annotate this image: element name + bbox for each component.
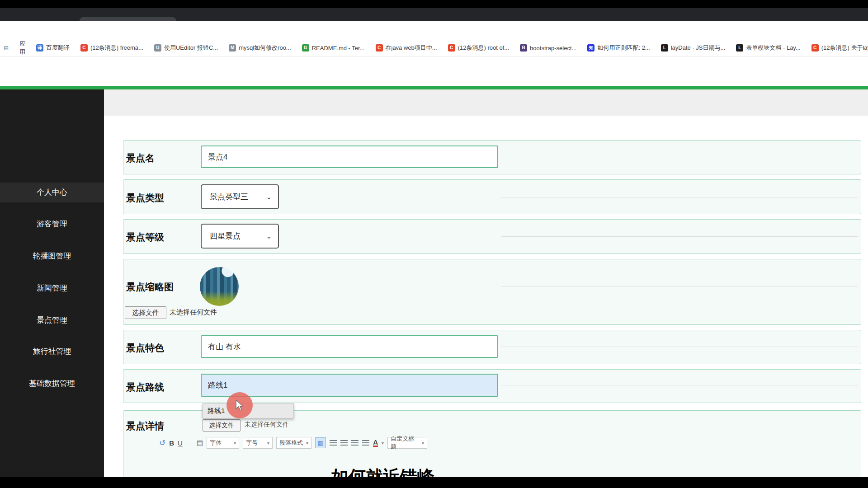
apps-label[interactable]: 应用 [19, 40, 25, 56]
row-divider [501, 236, 858, 237]
bookmark-item[interactable]: L layDate - JS日期与... [661, 44, 726, 52]
browser-tab-bar [0, 8, 868, 21]
bookmark-item[interactable]: C (12条消息) root of... [448, 44, 509, 52]
bookmark-item[interactable]: B bootstrap-select... [520, 44, 576, 52]
scenic-feature-input[interactable]: 有山 有水 [201, 335, 498, 358]
sidebar-item[interactable]: 基础数据管理 [0, 374, 104, 394]
bookmark-favicon-icon: 知 [587, 44, 594, 52]
bookmark-favicon-icon: M [229, 44, 236, 52]
bookmark-item[interactable]: C (12条消息) freema... [80, 44, 143, 52]
letterbox-top [0, 0, 868, 8]
bookmark-favicon-icon: C [811, 44, 819, 52]
letterbox-bottom [0, 477, 868, 488]
bookmark-label: (12条消息) freema... [90, 44, 143, 52]
label-scenic-route: 景点路线 [126, 381, 164, 394]
browser-toolbar [0, 21, 868, 40]
bookmark-item[interactable]: L 表单模块文档 - Lay... [736, 44, 800, 52]
label-scenic-feature: 景点特色 [126, 342, 164, 354]
row-divider [501, 385, 858, 385]
bookmark-item[interactable]: G README.md - Ter... [302, 44, 365, 52]
sidebar-item[interactable]: 轮播图管理 [0, 246, 104, 266]
bookmark-label: bootstrap-select... [530, 45, 576, 52]
paragraph-format-dropdown[interactable]: 段落格式▾ [276, 437, 311, 449]
scenic-type-select[interactable]: 景点类型三 ⌄ [201, 184, 279, 209]
font-family-dropdown[interactable]: 字体▾ [207, 437, 239, 449]
label-scenic-name: 景点名 [126, 152, 155, 164]
file-status-text-detail: 未选择任何文件 [245, 421, 289, 429]
bookmark-item[interactable]: 译 百度翻译 [36, 44, 70, 52]
bookmark-label: 如何用正则匹配: 2... [597, 44, 650, 52]
sidebar-item[interactable]: 新闻管理 [0, 278, 104, 298]
choose-file-button-detail[interactable]: 选择文件 [203, 419, 241, 432]
bookmark-item[interactable]: 知 如何用正则匹配: 2... [587, 44, 650, 52]
bold-icon[interactable]: B [169, 439, 174, 447]
chevron-down-icon: ▾ [267, 441, 269, 446]
chevron-down-icon: ▾ [382, 441, 384, 446]
insert-table-icon[interactable]: ▦ [315, 437, 326, 448]
align-justify-icon[interactable] [362, 440, 369, 446]
row-divider [501, 425, 858, 425]
file-status-text: 未选择任何文件 [170, 308, 217, 317]
chevron-down-icon: ▾ [306, 441, 308, 446]
bookmark-favicon-icon: G [302, 44, 309, 52]
bookmark-label: mysql如何修改roo... [239, 44, 291, 52]
bookmark-label: (12条消息) root of... [458, 44, 509, 52]
scenic-type-value: 景点类型三 [210, 192, 248, 202]
chevron-down-icon: ▾ [234, 441, 236, 446]
bookmark-favicon-icon: C [80, 44, 88, 52]
bookmarks-bar: ⊞ 应用 译 百度翻译 C (12条消息) freema... U 使用UEdi… [0, 40, 868, 56]
bookmark-favicon-icon: L [661, 44, 668, 52]
font-size-dropdown[interactable]: 字号▾ [243, 437, 273, 449]
horizontal-rule-icon[interactable]: — [186, 439, 193, 447]
label-scenic-type: 景点类型 [126, 192, 164, 204]
label-scenic-thumbnail: 景点缩略图 [126, 281, 174, 293]
label-scenic-detail: 景点详情 [126, 420, 164, 432]
header-accent-bar [0, 86, 868, 89]
bookmark-item[interactable]: M mysql如何修改roo... [229, 44, 291, 52]
scenic-name-input[interactable]: 景点4 [201, 145, 498, 168]
align-center-icon[interactable] [340, 440, 348, 446]
row-divider [501, 286, 858, 286]
sidebar: 个人中心 游客管理 轮播图管理 新闻管理 景点管理 旅行社管理 基础数据管理 [0, 89, 104, 477]
breadcrumb-bar [104, 89, 868, 116]
row-divider [501, 197, 858, 197]
font-color-icon[interactable]: A [373, 439, 378, 447]
mouse-cursor-highlight [226, 392, 253, 418]
underline-icon[interactable]: U [178, 439, 183, 447]
cursor-arrow-icon [235, 400, 245, 411]
row-divider [501, 347, 858, 347]
bookmark-label: README.md - Ter... [312, 45, 365, 52]
bookmark-label: 表单模块文档 - Lay... [746, 44, 800, 52]
chevron-down-icon: ▾ [422, 441, 424, 446]
scenic-level-value: 四星景点 [210, 231, 241, 241]
align-left-icon[interactable] [330, 440, 337, 446]
sidebar-item[interactable]: 景点管理 [0, 310, 104, 330]
bookmark-favicon-icon: 译 [36, 44, 43, 52]
paste-icon[interactable]: ▤ [197, 439, 203, 447]
bookmark-item[interactable]: C 在java web项目中... [376, 44, 437, 52]
sidebar-item[interactable]: 游客管理 [0, 214, 104, 234]
bookmark-favicon-icon: U [154, 44, 161, 52]
chevron-down-icon: ⌄ [266, 193, 272, 201]
bookmark-item[interactable]: U 使用UEditor 报错C... [154, 44, 218, 52]
bookmark-label: 使用UEditor 报错C... [164, 44, 218, 52]
align-right-icon[interactable] [351, 440, 359, 446]
bookmark-label: (12条消息) 关于lay [821, 44, 868, 52]
bookmark-label: 在java web项目中... [386, 44, 437, 52]
editor-toolbar: ↺ B U — ▤ 字体▾ 字号▾ 段落格式▾ ▦ A ▾ 自定义标题▾ [159, 435, 427, 450]
thumbnail-image [200, 267, 239, 306]
sidebar-item[interactable]: 旅行社管理 [0, 342, 104, 361]
sidebar-item[interactable]: 个人中心 [0, 183, 104, 202]
bookmark-favicon-icon: C [376, 44, 383, 52]
custom-title-dropdown[interactable]: 自定义标题▾ [387, 437, 427, 449]
scenic-level-select[interactable]: 四星景点 ⌄ [201, 224, 279, 249]
bookmark-favicon-icon: C [448, 44, 455, 52]
undo-icon[interactable]: ↺ [159, 438, 165, 448]
bookmark-favicon-icon: L [736, 44, 743, 52]
apps-grid-icon[interactable]: ⊞ [4, 45, 9, 52]
chevron-down-icon: ⌄ [266, 232, 272, 240]
bookmark-favicon-icon: B [520, 44, 527, 52]
bookmark-item[interactable]: C (12条消息) 关于lay [811, 44, 868, 52]
bookmark-label: layDate - JS日期与... [671, 44, 726, 52]
choose-file-button[interactable]: 选择文件 [125, 306, 166, 319]
